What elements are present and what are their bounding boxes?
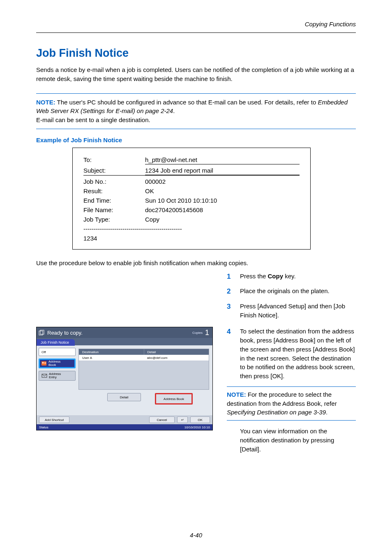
touch-panel: Ready to copy. Copies 1 Job Finish Notic… xyxy=(36,327,213,430)
address-book-popup-button[interactable]: Address Book xyxy=(155,393,193,405)
copy-icon xyxy=(37,330,47,335)
address-book-button[interactable]: Address Book xyxy=(39,358,76,368)
grid-cell-user: User A xyxy=(79,355,144,361)
step-1-text-c: key. xyxy=(283,273,296,280)
example-type-label: Job Type: xyxy=(83,216,145,223)
page-number: 4-40 xyxy=(0,532,392,539)
example-file-value: doc27042005145608 xyxy=(145,206,300,213)
example-jobno-value: 000002 xyxy=(145,178,300,185)
example-trailing: 1234 xyxy=(83,235,300,242)
example-result-value: OK xyxy=(145,187,300,194)
step-2-text: Place the originals on the platen. xyxy=(240,287,330,297)
address-book-icon xyxy=(41,361,47,366)
grid-cell-detail: abc@def.com xyxy=(144,355,209,361)
example-subject-label: Subject: xyxy=(83,167,145,175)
ok-button[interactable]: OK xyxy=(190,416,210,423)
page-header: Copying Functions xyxy=(36,21,356,33)
note-text-1c: . xyxy=(173,107,175,114)
section-title: Job Finish Notice xyxy=(36,47,356,60)
panel-title-bar: Ready to copy. Copies 1 xyxy=(37,327,212,338)
example-dashes: ----------------------------------------… xyxy=(83,225,300,232)
step-3-number: 3 xyxy=(227,302,233,320)
note-label: NOTE: xyxy=(36,99,55,106)
note-box-bottom: NOTE: For the procedure to select the de… xyxy=(227,386,356,421)
example-type-value: Copy xyxy=(145,216,300,223)
step-1-text-a: Press the xyxy=(240,273,268,280)
cancel-button[interactable]: Cancel xyxy=(149,416,175,423)
page: Copying Functions Job Finish Notice Send… xyxy=(0,0,392,555)
example-to-value: h_pttr@owl-net.net xyxy=(145,156,300,164)
example-type-row: Job Type: Copy xyxy=(83,216,300,223)
step-3: 3 Press [Advanced Setup] and then [Job F… xyxy=(227,302,356,320)
back-button[interactable]: ↵ xyxy=(177,416,188,423)
step-1: 1 Press the Copy key. xyxy=(227,272,356,282)
panel-footer: Add Shortcut Cancel ↵ OK xyxy=(37,415,212,424)
example-result-label: Result: xyxy=(83,187,145,194)
example-to-row: To: h_pttr@owl-net.net xyxy=(83,156,300,164)
example-end-label: End Time: xyxy=(83,197,145,204)
example-heading: Example of Job Finish Notice xyxy=(36,136,356,143)
note2-text-c: . xyxy=(326,409,327,416)
grid-head-destination: Destination xyxy=(79,349,144,355)
example-file-label: File Name: xyxy=(83,206,145,213)
status-time: 10/10/2010 10:10 xyxy=(184,426,210,429)
example-subject-value: 1234 Job end report mail xyxy=(145,167,300,175)
address-entry-button[interactable]: Address Entry xyxy=(39,371,76,381)
panel-status-bar: Status 10/10/2010 10:10 xyxy=(37,424,212,430)
panel-copies-label: Copies xyxy=(192,331,203,335)
note-text-2: E-mail can be sent to a single destinati… xyxy=(36,116,356,125)
note2-text-b: Specifying Destination on page 3-39 xyxy=(227,409,326,416)
panel-tabbar: Job Finish Notice xyxy=(37,338,212,345)
step-1-number: 1 xyxy=(227,272,233,282)
after-paragraph: You can view information on the notifica… xyxy=(240,427,356,453)
panel-left-column: Off Address Book xyxy=(37,345,78,415)
grid-head-detail: Detail xyxy=(144,349,209,355)
step-4-number: 4 xyxy=(227,327,233,381)
panel-tab[interactable]: Job Finish Notice xyxy=(37,339,75,346)
example-result-row: Result: OK xyxy=(83,187,300,194)
example-end-value: Sun 10 Oct 2010 10:10:10 xyxy=(145,197,300,204)
detail-button[interactable]: Detail xyxy=(107,393,141,401)
example-end-row: End Time: Sun 10 Oct 2010 10:10:10 xyxy=(83,197,300,204)
note-box-top: NOTE: The user's PC should be configured… xyxy=(36,93,356,129)
header-rule xyxy=(36,32,356,33)
step-4-text: To select the destination from the addre… xyxy=(240,327,356,381)
svg-rect-3 xyxy=(42,362,44,363)
intro-paragraph: Sends a notice by e-mail when a job is c… xyxy=(36,65,356,83)
header-section: Copying Functions xyxy=(36,21,356,29)
step-2-number: 2 xyxy=(227,287,233,297)
example-to-label: To: xyxy=(83,156,145,164)
example-box: To: h_pttr@owl-net.net Subject: 1234 Job… xyxy=(72,148,311,250)
step-1-text-b: Copy xyxy=(268,273,284,280)
step-2: 2 Place the originals on the platen. xyxy=(227,287,356,297)
envelope-icon xyxy=(42,373,47,378)
off-button[interactable]: Off xyxy=(39,348,76,356)
grid-row-1[interactable]: User A abc@def.com xyxy=(79,355,209,361)
example-file-row: File Name: doc27042005145608 xyxy=(83,206,300,213)
example-jobno-label: Job No.: xyxy=(83,178,145,185)
lead-paragraph: Use the procedure below to enable job fi… xyxy=(36,259,356,268)
panel-title-text: Ready to copy. xyxy=(47,330,192,336)
step-4: 4 To select the destination from the add… xyxy=(227,327,356,381)
note-text-1a: The user's PC should be configured in ad… xyxy=(55,99,318,106)
destination-grid: Destination Detail User A abc@def.com xyxy=(78,349,209,390)
status-label: Status xyxy=(39,426,48,429)
example-jobno-row: Job No.: 000002 xyxy=(83,178,300,185)
add-shortcut-button[interactable]: Add Shortcut xyxy=(39,416,69,423)
note2-label: NOTE: xyxy=(227,391,246,398)
example-subject-row: Subject: 1234 Job end report mail xyxy=(83,167,300,176)
step-3-text: Press [Advanced Setup] and then [Job Fin… xyxy=(240,302,356,320)
panel-copies-number: 1 xyxy=(205,328,209,337)
